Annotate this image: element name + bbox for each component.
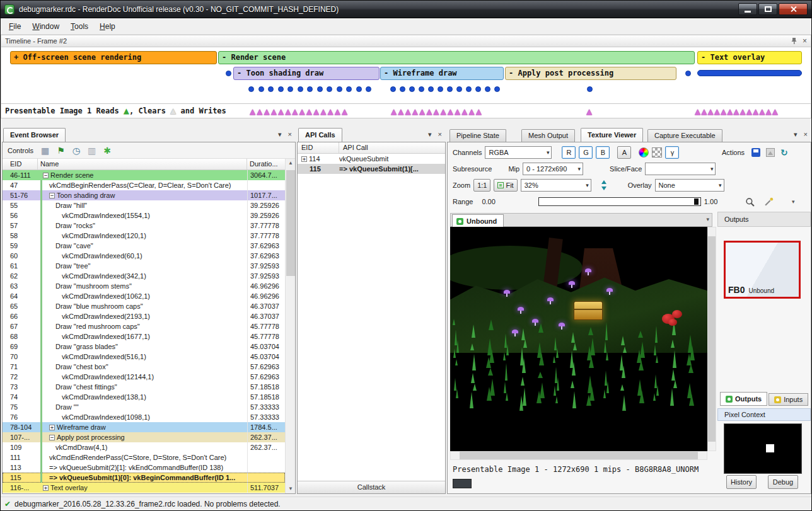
event-row-60[interactable]: 60vkCmdDrawIndexed(60,1)37.62963 xyxy=(3,251,285,261)
event-row-69[interactable]: 69Draw "grass blades"45.03704 xyxy=(3,342,285,352)
event-row-107-...[interactable]: 107-...−Apply post processing262.37... xyxy=(3,432,285,442)
event-row-75[interactable]: 75Draw ""57.33333 xyxy=(3,402,285,412)
event-row-59[interactable]: 59Draw "cave"37.62963 xyxy=(3,241,285,251)
event-row-76[interactable]: 76vkCmdDrawIndexed(1098,1)57.33333 xyxy=(3,412,285,422)
channel-blue-button[interactable]: B xyxy=(596,146,610,159)
tab-pipeline-state[interactable]: Pipeline State xyxy=(450,129,506,142)
timeline-draw-dot[interactable] xyxy=(419,86,424,92)
event-row-111[interactable]: 111vkCmdEndRenderPass(C=Store, D=Store, … xyxy=(3,452,285,462)
event-row-113[interactable]: 113=> vkQueueSubmit(2)[1]: vkEndCommandB… xyxy=(3,462,285,473)
menu-help[interactable]: Help xyxy=(94,20,121,33)
channel-red-button[interactable]: R xyxy=(562,146,576,159)
api-row-114[interactable]: +114vkQueueSubmit xyxy=(298,154,445,164)
timeline-draw-dot[interactable] xyxy=(587,86,593,92)
scroll-up-icon[interactable]: ▲ xyxy=(286,159,296,168)
statistics-icon[interactable]: ▥ xyxy=(88,146,96,155)
fit-button[interactable]: Fit xyxy=(494,179,517,192)
timeline-draw-dot[interactable] xyxy=(298,86,303,92)
scrollbar-thumb[interactable] xyxy=(460,452,698,459)
api-row-115[interactable]: 115=> vkQueueSubmit(1)[... xyxy=(298,164,445,174)
event-row-78-104[interactable]: 78-104+Wireframe draw1784.5... xyxy=(3,422,285,432)
timeline-draw-dot[interactable] xyxy=(400,86,405,92)
expander-icon[interactable]: + xyxy=(43,485,49,491)
timeline-section[interactable]: - Apply post processing xyxy=(505,67,676,80)
tab-mesh-output[interactable]: Mesh Output xyxy=(521,129,575,142)
fb0-thumbnail[interactable]: FB0 Unbound xyxy=(724,241,801,299)
timeline-draw-dot[interactable] xyxy=(327,86,332,92)
event-row-57[interactable]: 57Draw "rocks"37.77778 xyxy=(3,221,285,231)
pixel-context-view[interactable] xyxy=(724,423,802,474)
color-wheel-icon[interactable] xyxy=(639,147,649,158)
menu-window[interactable]: Window xyxy=(26,20,65,33)
timeline-draw-dot[interactable] xyxy=(226,71,231,76)
zoom-level-combo[interactable]: 32% xyxy=(521,179,591,192)
timeline-section[interactable]: - Wireframe draw xyxy=(380,67,504,80)
range-slider-handle[interactable] xyxy=(694,198,699,205)
event-row-61[interactable]: 61Draw "tree"37.92593 xyxy=(3,261,285,271)
tab-inputs[interactable]: Inputs xyxy=(768,393,808,406)
timeline-draw-dot[interactable] xyxy=(390,86,396,92)
open-texture-icon[interactable] xyxy=(766,148,775,157)
timeline-draw-dot[interactable] xyxy=(428,86,434,92)
timeline-section[interactable]: - Render scene xyxy=(218,51,695,64)
event-row-115[interactable]: 115=> vkQueueSubmit(1)[0]: vkBeginComman… xyxy=(3,473,285,483)
timeline-draw-dot[interactable] xyxy=(278,86,284,92)
event-row-62[interactable]: 62vkCmdDrawIndexed(342,1)37.92593 xyxy=(3,271,285,281)
column-header-name[interactable]: Name xyxy=(38,159,247,169)
channels-dropdown[interactable]: RGBA xyxy=(485,146,552,159)
event-row-51-76[interactable]: 51-76−Toon shading draw1017.7... xyxy=(3,190,285,200)
event-browser-menu-icon[interactable]: ▾ xyxy=(278,131,282,138)
tab-capture-executable[interactable]: Capture Executable xyxy=(647,129,722,142)
event-row-70[interactable]: 70vkCmdDrawIndexed(516,1)45.03704 xyxy=(3,352,285,362)
bookmark-flag-icon[interactable]: ⚑ xyxy=(57,146,65,155)
event-row-73[interactable]: 73Draw "chest fittings"57.18518 xyxy=(3,382,285,392)
channel-alpha-button[interactable]: A xyxy=(617,146,631,159)
event-row-63[interactable]: 63Draw "mushroom stems"46.96296 xyxy=(3,281,285,291)
pin-icon[interactable] xyxy=(791,37,798,45)
event-row-55[interactable]: 55Draw "hill"39.25926 xyxy=(3,200,285,210)
event-row-66[interactable]: 66vkCmdDrawIndexed(2193,1)46.37037 xyxy=(3,311,285,321)
timeline-draw-dot[interactable] xyxy=(475,86,481,92)
refresh-icon[interactable]: ↻ xyxy=(780,148,788,157)
flip-y-icon[interactable] xyxy=(600,180,608,191)
minimize-button[interactable] xyxy=(738,3,757,15)
api-calls-close-icon[interactable]: × xyxy=(438,131,442,138)
slice-face-dropdown[interactable] xyxy=(645,163,716,175)
timeline-draw-pill[interactable] xyxy=(697,70,802,76)
scrollbar-thumb[interactable] xyxy=(286,170,295,276)
timeline-draw-dot[interactable] xyxy=(268,86,274,92)
scrollbar-thumb[interactable] xyxy=(708,236,716,442)
expander-icon[interactable]: + xyxy=(301,156,307,162)
timeline-draw-dot[interactable] xyxy=(366,86,371,92)
timeline-draw-dot[interactable] xyxy=(346,86,352,92)
event-browser-scrollbar[interactable]: ▲ ▼ xyxy=(285,159,295,493)
expander-icon[interactable]: − xyxy=(49,435,55,440)
api-calls-menu-icon[interactable]: ▾ xyxy=(428,131,432,138)
timeline-draw-dot[interactable] xyxy=(494,86,500,92)
gamma-button[interactable]: γ xyxy=(665,146,679,159)
event-browser-close-icon[interactable]: × xyxy=(288,131,292,138)
overlay-dropdown[interactable]: None xyxy=(655,179,724,192)
column-header-eid[interactable]: EID xyxy=(298,142,339,153)
timeline-draw-dot[interactable] xyxy=(466,86,472,92)
timeline-draw-dot[interactable] xyxy=(456,86,462,92)
find-event-icon[interactable]: ▦ xyxy=(41,146,49,155)
timeline-section[interactable]: + Off-screen scene rendering xyxy=(10,51,217,64)
timeline-draw-dot[interactable] xyxy=(317,86,323,92)
zoom-1to1-button[interactable]: 1:1 xyxy=(473,179,490,192)
timeline-draw-dot[interactable] xyxy=(685,71,691,76)
event-row-109[interactable]: 109vkCmdDraw(4,1)262.37... xyxy=(3,442,285,452)
event-row-56[interactable]: 56vkCmdDrawIndexed(1554,1)39.25926 xyxy=(3,210,285,221)
expander-icon[interactable]: − xyxy=(43,173,49,178)
viewer-horizontal-scrollbar[interactable] xyxy=(450,451,707,460)
timeline-draw-dot[interactable] xyxy=(337,86,342,92)
timeline-draw-dot[interactable] xyxy=(356,86,362,92)
timeline-draw-dot[interactable] xyxy=(485,86,490,92)
zoom-range-icon[interactable] xyxy=(745,197,755,207)
autofit-wand-icon[interactable] xyxy=(764,197,774,207)
event-row-116-...[interactable]: 116-...+Text overlay511.7037 xyxy=(3,483,285,493)
column-header-duration[interactable]: Duratio... xyxy=(247,159,285,169)
event-row-72[interactable]: 72vkCmdDrawIndexed(12144,1)57.62963 xyxy=(3,372,285,382)
texture-tab-list-icon[interactable]: ▾ xyxy=(706,216,709,222)
viewer-vertical-scrollbar[interactable] xyxy=(707,227,716,451)
